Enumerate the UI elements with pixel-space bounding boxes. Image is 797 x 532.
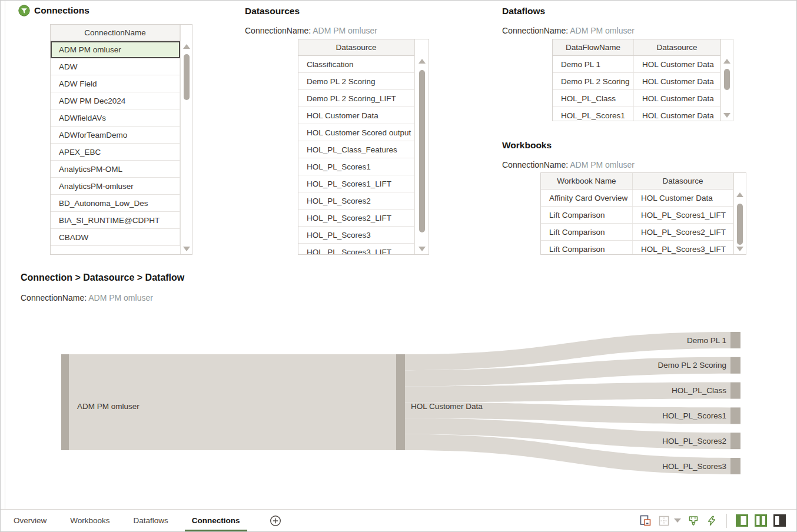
sankey-chart[interactable]: ADM PM omluserHOL Customer DataDemo PL 1… (57, 321, 745, 480)
table-row[interactable]: HOL_PL_Scores3_LIFT (298, 244, 414, 255)
table-cell: HOL Customer Data (634, 90, 720, 107)
dataflows-table[interactable]: DataFlowNameDatasourceDemo PL 1HOL Custo… (552, 39, 733, 121)
table-cell: HOL Customer Data (298, 107, 414, 124)
column-header[interactable]: ConnectionName (51, 25, 180, 41)
table-row[interactable]: BD_Autonoma_Low_Des (51, 195, 180, 212)
add-canvas-button[interactable] (270, 515, 281, 527)
scrollbar-thumb[interactable] (419, 70, 425, 232)
table-row[interactable]: AnalyticsPM-omluser (51, 178, 180, 195)
layout-dropdown-arrow-icon[interactable] (674, 518, 681, 523)
table-cell: HOL_PL_Scores3 (298, 227, 414, 243)
tab-overview[interactable]: Overview (6, 510, 54, 531)
scrollbar-thumb[interactable] (737, 204, 743, 245)
scroll-down-arrow-icon[interactable] (723, 113, 730, 118)
table-row[interactable]: HOL_PL_Scores2_LIFT (298, 210, 414, 227)
scrollbar-thumb[interactable] (724, 69, 730, 90)
sankey-label-HOL_PL_Scores2: HOL_PL_Scores2 (662, 437, 726, 445)
scroll-up-arrow-icon[interactable] (183, 44, 190, 49)
table-row[interactable]: Lift ComparisonHOL_PL_Scores1_LIFT (541, 207, 733, 224)
tab-dataflows[interactable]: Dataflows (127, 510, 175, 531)
scrollbar-thumb[interactable] (184, 54, 190, 100)
scroll-down-arrow-icon[interactable] (419, 247, 426, 251)
table-row[interactable]: ADW PM Dec2024 (51, 92, 180, 109)
table-row[interactable]: HOL Customer Scored output (298, 124, 414, 141)
canvas-properties-icon[interactable] (639, 514, 652, 527)
tab-connections[interactable]: Connections (185, 510, 247, 531)
scroll-down-arrow-icon[interactable] (183, 247, 190, 251)
table-row[interactable]: ADM PM omluser (51, 41, 180, 58)
filter-label: ConnectionName: (21, 293, 87, 302)
table-row[interactable]: APEX_EBC (51, 144, 180, 161)
table-row[interactable]: ADWforTeamDemo (51, 127, 180, 144)
column-header[interactable]: DataFlowName (553, 39, 634, 55)
table-cell: Lift Comparison (541, 224, 633, 240)
table-row[interactable]: HOL_PL_Class_Features (298, 141, 414, 158)
brush-icon[interactable] (688, 515, 699, 527)
table-row[interactable]: HOL_PL_Scores1_LIFT (298, 175, 414, 192)
sankey-node-HOL_PL_Scores1[interactable] (730, 407, 740, 424)
scroll-up-arrow-icon[interactable] (723, 59, 730, 64)
sankey-node-source[interactable] (61, 354, 69, 450)
datasources-table[interactable]: DatasourceClassificationDemo PL 2 Scorin… (298, 39, 429, 255)
tab-workbooks[interactable]: Workbooks (63, 510, 117, 531)
panel-middle-icon[interactable] (755, 514, 767, 527)
table-row[interactable]: BIA_SI_RUNTIME@CDPHT (51, 212, 180, 229)
table-cell: HOL Customer Data (634, 107, 720, 121)
filter-value: ADM PM omluser (570, 26, 635, 35)
scroll-down-arrow-icon[interactable] (736, 247, 743, 251)
table-row[interactable]: ADWfieldAVs (51, 109, 180, 127)
connections-table[interactable]: ConnectionNameADM PM omluserADWADW Field… (50, 24, 192, 255)
table-scrollbar[interactable] (720, 39, 733, 121)
table-row[interactable]: CBADW (51, 229, 180, 246)
column-header[interactable]: Datasource (634, 39, 720, 55)
table-scrollbar[interactable] (180, 25, 192, 254)
table-row[interactable]: HOL_PL_Scores2 (298, 192, 414, 210)
table-row[interactable]: ADW (51, 58, 180, 75)
sankey-node-HOL_PL_Scores2[interactable] (730, 433, 740, 449)
filter-label: ConnectionName: (502, 160, 568, 169)
sankey-node-middle[interactable] (396, 354, 405, 450)
table-row[interactable]: HOL Customer Data (298, 107, 414, 124)
table-row[interactable]: HOL_PL_Scores1HOL Customer Data (553, 107, 720, 121)
table-row[interactable]: Demo PL 2 ScoringHOL Customer Data (553, 73, 720, 90)
table-row[interactable]: ADW Field (51, 75, 180, 92)
table-row[interactable]: Demo PL 2 Scoring (298, 73, 414, 90)
table-cell: AnalyticsPM-OML (51, 161, 180, 177)
table-row[interactable]: Demo PL 1HOL Customer Data (553, 56, 720, 73)
toolbar-divider (726, 514, 727, 528)
table-cell: Demo PL 1 (553, 56, 634, 72)
grid-layout-icon[interactable] (658, 515, 670, 527)
sankey-node-Demo PL 1[interactable] (730, 332, 740, 348)
scroll-up-arrow-icon[interactable] (736, 192, 743, 197)
table-row[interactable]: Demo PL 2 Scoring_LIFT (298, 90, 414, 107)
table-scrollbar[interactable] (733, 173, 746, 254)
table-cell: HOL_PL_Scores1 (298, 158, 414, 175)
table-row[interactable]: Lift ComparisonHOL_PL_Scores3_LIFT (541, 241, 733, 255)
table-row[interactable]: AnalyticsPM-OML (51, 161, 180, 178)
table-scrollbar[interactable] (414, 39, 429, 254)
canvas-left-edge (5, 1, 5, 510)
column-header[interactable]: Datasource (298, 39, 414, 55)
column-header[interactable]: Workbook Name (541, 173, 633, 189)
table-row[interactable]: Lift ComparisonHOL_PL_Scores2_LIFT (541, 224, 733, 241)
panel-left-icon[interactable] (736, 514, 748, 527)
workbooks-table[interactable]: Workbook NameDatasourceAffinity Card Ove… (540, 172, 746, 255)
filter-value: ADM PM omluser (88, 293, 153, 302)
sankey-node-HOL_PL_Class[interactable] (730, 383, 740, 399)
table-row[interactable]: Affinity Card OverviewHOL Customer Data (541, 189, 733, 207)
table-cell: HOL Customer Data (634, 56, 720, 72)
table-row[interactable]: HOL_PL_Scores3 (298, 227, 414, 244)
auto-apply-icon[interactable] (706, 515, 718, 527)
scroll-up-arrow-icon[interactable] (419, 59, 426, 64)
connections-title: Connections (34, 5, 89, 16)
column-header[interactable]: Datasource (633, 173, 733, 189)
sankey-node-HOL_PL_Scores3[interactable] (730, 458, 740, 474)
table-cell: ADWfieldAVs (51, 109, 180, 126)
table-row[interactable]: HOL_PL_ClassHOL Customer Data (553, 90, 720, 107)
table-cell: Affinity Card Overview (541, 189, 633, 206)
table-cell: BD_Autonoma_Low_Des (51, 195, 180, 211)
panel-right-icon[interactable] (773, 514, 786, 527)
sankey-node-Demo PL 2 Scoring[interactable] (730, 357, 740, 374)
table-row[interactable]: HOL_PL_Scores1 (298, 158, 414, 175)
table-row[interactable]: Classification (298, 56, 414, 73)
